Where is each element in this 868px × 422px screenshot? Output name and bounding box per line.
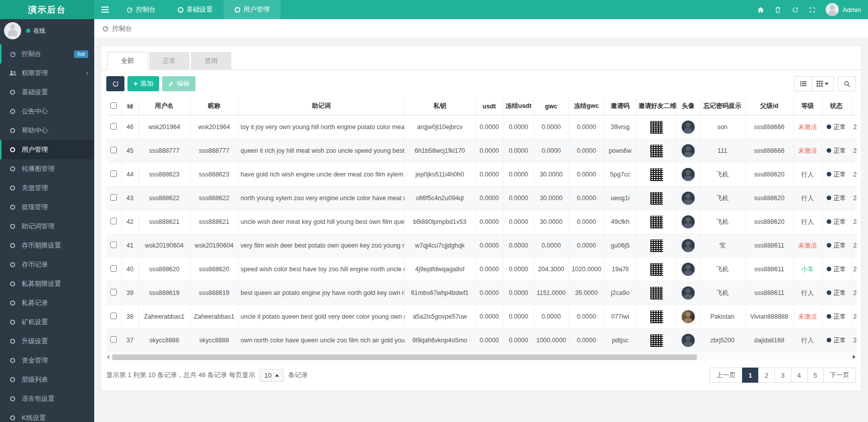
qrcode-image[interactable]	[650, 287, 663, 299]
column-header[interactable]: 邀请码	[604, 97, 636, 115]
column-header[interactable]: 用户名	[139, 97, 190, 115]
row-avatar[interactable]	[682, 239, 695, 252]
column-header[interactable]: 头像	[677, 97, 700, 115]
user-menu[interactable]: Admin	[826, 3, 861, 16]
nav-tab-1[interactable]: 控制台	[115, 0, 167, 19]
column-header[interactable]: 忘记密码提示	[700, 97, 745, 115]
sidebar-toggle-button[interactable]	[94, 0, 115, 19]
column-header[interactable]: 父级id	[745, 97, 793, 115]
scroll-left-icon[interactable]	[107, 355, 109, 359]
trash-icon[interactable]	[769, 0, 786, 19]
qrcode-image[interactable]	[650, 263, 663, 276]
tab-正常[interactable]: 正常	[149, 52, 189, 70]
cell-id: 44	[121, 163, 139, 187]
sidebar-item-语言包设置[interactable]: 语言包设置	[0, 389, 94, 408]
nav-tab-3[interactable]: 用户管理	[224, 0, 281, 19]
row-avatar[interactable]	[682, 334, 695, 347]
table-scroll-area[interactable]: Id用户名昵称助记词私钥usdt冻结usdtgwc冻结gwc邀请码邀请好友二维码…	[106, 97, 857, 352]
column-header[interactable]: gwc	[533, 97, 569, 115]
column-header[interactable]: Id	[121, 97, 139, 115]
fullscreen-icon[interactable]	[804, 0, 821, 19]
horizontal-scrollbar[interactable]	[106, 354, 856, 360]
column-header[interactable]: 冻结usdt	[503, 97, 533, 115]
column-header[interactable]: 助记词	[238, 97, 405, 115]
qrcode-image[interactable]	[650, 145, 663, 157]
sidebar-item-提现管理[interactable]: 提现管理	[0, 198, 94, 217]
sidebar-item-层级列表[interactable]: 层级列表	[0, 370, 94, 389]
row-checkbox[interactable]	[110, 123, 117, 130]
page-button-2[interactable]: 2	[758, 368, 775, 383]
column-header[interactable]: 冻结gwc	[569, 97, 604, 115]
row-avatar[interactable]	[682, 144, 695, 157]
user-name: Admin	[842, 6, 861, 14]
row-checkbox[interactable]	[110, 265, 117, 272]
sidebar-item-控制台[interactable]: 控制台hot	[0, 44, 94, 64]
sidebar-item-助记词管理[interactable]: 助记词管理	[0, 217, 94, 236]
page-button-1[interactable]: 1	[742, 368, 759, 383]
row-avatar[interactable]	[682, 192, 695, 205]
sidebar-item-升级设置[interactable]: 升级设置	[0, 332, 94, 351]
sidebar-item-用户管理[interactable]: 用户管理	[0, 140, 94, 159]
sidebar-item-存币期限设置[interactable]: 存币期限设置	[0, 236, 94, 255]
detail-view-button[interactable]	[794, 76, 812, 91]
add-button[interactable]: + 添加	[127, 76, 159, 91]
row-checkbox[interactable]	[110, 289, 117, 295]
row-avatar[interactable]	[682, 310, 695, 323]
prev-page-button[interactable]: 上一页	[710, 368, 743, 383]
row-checkbox[interactable]	[110, 218, 117, 224]
scrollbar-thumb[interactable]	[112, 354, 697, 360]
tab-全部[interactable]: 全部	[107, 52, 148, 70]
sidebar-item-帮助中心[interactable]: 帮助中心	[0, 121, 94, 140]
nav-tab-2[interactable]: 基础设置	[167, 0, 224, 19]
sidebar-item-公告中心[interactable]: 公告中心	[0, 102, 94, 121]
columns-dropdown-button[interactable]	[812, 76, 834, 91]
sidebar-item-矿机设置[interactable]: 矿机设置	[0, 313, 94, 332]
row-checkbox[interactable]	[110, 170, 117, 177]
refresh-cache-icon[interactable]	[786, 0, 804, 19]
qrcode-image[interactable]	[650, 334, 663, 347]
row-checkbox[interactable]	[110, 336, 117, 343]
row-checkbox[interactable]	[110, 147, 117, 153]
row-avatar[interactable]	[682, 286, 695, 299]
sidebar-item-基础设置[interactable]: 基础设置	[0, 83, 94, 102]
qrcode-image[interactable]	[650, 168, 663, 181]
row-avatar[interactable]	[682, 120, 695, 134]
column-header[interactable]: 等级	[793, 97, 822, 115]
column-header[interactable]: 昵称	[190, 97, 238, 115]
edit-button[interactable]: 编辑	[162, 76, 195, 91]
refresh-button[interactable]	[106, 76, 124, 91]
page-size-select[interactable]: 10	[259, 369, 284, 382]
column-header[interactable]: 邀请好友二维码	[636, 97, 677, 115]
row-avatar[interactable]	[682, 168, 695, 181]
row-checkbox[interactable]	[110, 313, 117, 319]
qrcode-image[interactable]	[650, 239, 663, 252]
sidebar-item-私募期限设置[interactable]: 私募期限设置	[0, 274, 94, 293]
page-button-3[interactable]: 3	[774, 368, 791, 383]
sidebar-item-权限管理[interactable]: 权限管理‹	[0, 64, 94, 83]
column-header[interactable]: 状态	[822, 97, 851, 115]
row-checkbox[interactable]	[110, 242, 117, 248]
qrcode-image[interactable]	[650, 121, 663, 134]
qrcode-image[interactable]	[650, 192, 663, 205]
row-checkbox[interactable]	[110, 194, 117, 201]
home-icon[interactable]	[752, 0, 769, 19]
select-all-checkbox[interactable]	[110, 102, 117, 109]
page-button-5[interactable]: 5	[807, 368, 824, 383]
row-avatar[interactable]	[682, 263, 695, 276]
column-header[interactable]: 私钥	[405, 97, 475, 115]
page-button-4[interactable]: 4	[791, 368, 808, 383]
sidebar-item-K线设置[interactable]: K线设置	[0, 408, 94, 422]
sidebar-item-资金管理[interactable]: 资金管理	[0, 351, 94, 370]
column-header[interactable]: usdt	[475, 97, 503, 115]
sidebar-item-存币记录[interactable]: 存币记录	[0, 255, 94, 274]
qrcode-image[interactable]	[650, 216, 663, 228]
qrcode-image[interactable]	[650, 311, 663, 323]
search-button[interactable]	[838, 76, 856, 91]
tab-禁用[interactable]: 禁用	[191, 52, 231, 70]
sidebar-item-充值管理[interactable]: 充值管理	[0, 178, 94, 198]
row-avatar[interactable]	[682, 215, 695, 228]
sidebar-item-轮播图管理[interactable]: 轮播图管理	[0, 159, 94, 178]
sidebar-item-私募记录[interactable]: 私募记录	[0, 293, 94, 313]
next-page-button[interactable]: 下一页	[823, 368, 856, 383]
scroll-right-icon[interactable]	[853, 355, 855, 359]
